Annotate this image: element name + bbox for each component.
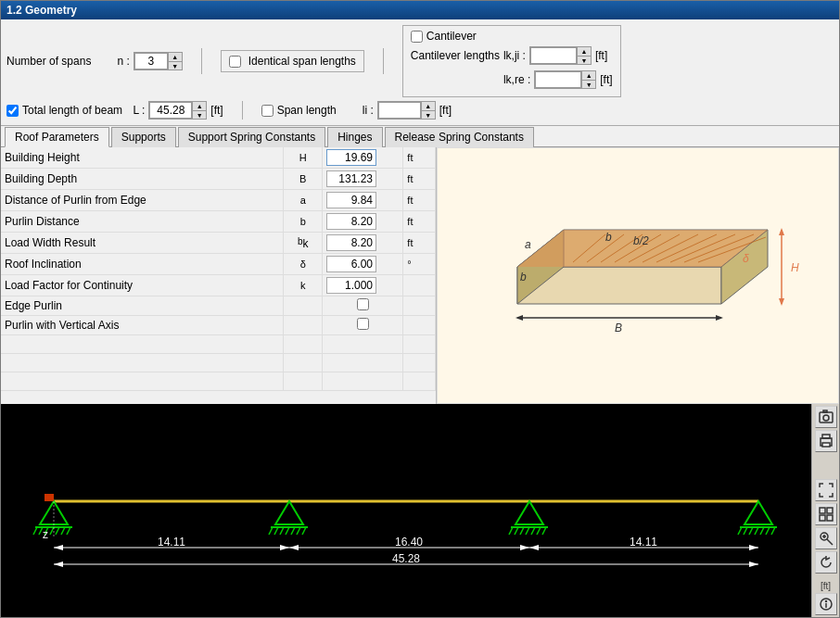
svg-line-49 bbox=[509, 527, 513, 535]
param-unit: ft bbox=[403, 211, 436, 233]
divider2 bbox=[383, 48, 384, 74]
edge-purlin-checkbox[interactable] bbox=[357, 298, 369, 310]
table-row: Purlin Distance b 8.20 ft bbox=[1, 211, 436, 233]
param-unit bbox=[403, 316, 436, 335]
span-length-checkbox[interactable] bbox=[261, 105, 274, 117]
param-name: Distance of Purlin from Edge bbox=[1, 190, 284, 211]
li-up-btn[interactable]: ▲ bbox=[422, 102, 435, 110]
svg-line-59 bbox=[744, 527, 747, 535]
L-unit: [ft] bbox=[210, 104, 223, 117]
param-symbol: B bbox=[284, 169, 323, 190]
lk-ji-down[interactable]: ▼ bbox=[578, 56, 591, 64]
li-input[interactable] bbox=[378, 102, 421, 119]
unit-display: [ft] bbox=[821, 581, 831, 591]
beam-diagram-svg: 14.11 16.40 14.11 45.28 z bbox=[26, 409, 786, 612]
param-value: 9.84 bbox=[326, 192, 376, 208]
svg-marker-56 bbox=[745, 501, 772, 524]
top-section: Number of spans n : ▲ ▼ Identical span l… bbox=[1, 19, 839, 126]
svg-marker-10 bbox=[716, 315, 723, 321]
lk-re-down[interactable]: ▼ bbox=[582, 80, 595, 88]
lk-ji-spinner[interactable]: ▲ ▼ bbox=[529, 46, 592, 65]
svg-text:14.11: 14.11 bbox=[630, 536, 657, 549]
table-row: Purlin with Vertical Axis bbox=[1, 316, 436, 335]
diagram-area: H B bbox=[437, 147, 839, 404]
toolbar-top bbox=[815, 406, 837, 452]
tab-release-spring[interactable]: Release Spring Constants bbox=[385, 127, 534, 147]
svg-line-50 bbox=[515, 527, 518, 535]
table-row bbox=[1, 354, 436, 372]
svg-line-53 bbox=[531, 527, 535, 535]
cantilever-checkbox[interactable] bbox=[411, 31, 423, 43]
lk-re-label: lk,re : bbox=[503, 73, 530, 86]
lk-ji-up[interactable]: ▲ bbox=[578, 47, 591, 56]
svg-rect-91 bbox=[827, 508, 833, 513]
param-name: Edge Purlin bbox=[1, 296, 284, 316]
table-row: Building Depth B 131.23 ft bbox=[1, 169, 436, 190]
roof-diagram-svg: H B bbox=[462, 174, 814, 378]
L-down-btn[interactable]: ▼ bbox=[193, 110, 206, 119]
tab-bar: Roof Parameters Supports Support Spring … bbox=[1, 126, 839, 147]
table-row: Load Factor for Continuity k 1.000 bbox=[1, 275, 436, 296]
svg-line-41 bbox=[274, 527, 278, 535]
main-window: 1.2 Geometry Number of spans n : ▲ ▼ bbox=[0, 0, 840, 618]
tabs-section: Roof Parameters Supports Support Spring … bbox=[1, 126, 839, 404]
svg-text:a: a bbox=[525, 238, 531, 251]
identical-span-group: Identical span lengths bbox=[221, 50, 364, 72]
cantilever-label: Cantilever bbox=[426, 30, 477, 43]
identical-span-label: Identical span lengths bbox=[248, 55, 356, 68]
L-spinner[interactable]: ▲ ▼ bbox=[148, 101, 207, 120]
param-value-cell: 131.23 bbox=[323, 169, 403, 190]
lk-re-up[interactable]: ▲ bbox=[582, 71, 595, 80]
rotate-btn[interactable] bbox=[815, 551, 837, 574]
top-row1: Number of spans n : ▲ ▼ Identical span l… bbox=[6, 25, 834, 97]
li-down-btn[interactable]: ▼ bbox=[422, 110, 435, 119]
screenshot-btn[interactable] bbox=[815, 406, 837, 428]
tab-support-spring[interactable]: Support Spring Constants bbox=[178, 127, 325, 147]
svg-text:16.40: 16.40 bbox=[395, 536, 423, 549]
svg-rect-92 bbox=[820, 515, 825, 521]
total-length-checkbox[interactable] bbox=[6, 105, 19, 117]
param-symbol: δ bbox=[284, 254, 323, 275]
param-value-cell: 9.84 bbox=[323, 190, 403, 211]
info-btn[interactable] bbox=[815, 593, 837, 615]
svg-line-43 bbox=[286, 527, 289, 535]
svg-text:δ: δ bbox=[743, 252, 749, 265]
lk-ji-input[interactable] bbox=[530, 47, 577, 64]
lk-re-spinner[interactable]: ▲ ▼ bbox=[534, 70, 596, 89]
n-up-btn[interactable]: ▲ bbox=[169, 53, 182, 61]
tab-hinges[interactable]: Hinges bbox=[327, 127, 382, 147]
svg-line-36 bbox=[61, 527, 65, 535]
param-value: 1.000 bbox=[326, 277, 376, 294]
identical-span-checkbox[interactable] bbox=[229, 56, 241, 68]
grid-btn[interactable] bbox=[815, 503, 837, 525]
total-length-label: Total length of beam bbox=[22, 104, 122, 117]
param-unit: ft bbox=[403, 190, 436, 211]
param-value-cell bbox=[323, 296, 403, 316]
li-label: li : bbox=[363, 104, 374, 117]
top-row2: Total length of beam L : ▲ ▼ [ft] Span l… bbox=[6, 101, 834, 120]
n-spinner[interactable]: ▲ ▼ bbox=[134, 52, 183, 70]
param-name: Building Depth bbox=[1, 169, 284, 190]
L-up-btn[interactable]: ▲ bbox=[193, 102, 206, 110]
purlin-vertical-checkbox[interactable] bbox=[357, 318, 369, 330]
lk-ji-row: Cantilever lengths lk,ji : ▲ ▼ [ft] bbox=[411, 46, 613, 65]
svg-text:B: B bbox=[615, 322, 622, 334]
param-value-cell: 6.00 bbox=[323, 254, 403, 275]
L-input[interactable] bbox=[149, 102, 192, 119]
tab-supports[interactable]: Supports bbox=[111, 127, 176, 147]
lk-re-unit: [ft] bbox=[600, 73, 612, 86]
n-input[interactable] bbox=[134, 53, 168, 69]
svg-line-60 bbox=[749, 527, 753, 535]
svg-marker-6 bbox=[779, 298, 784, 306]
param-symbol: b bbox=[284, 211, 323, 233]
fit-btn[interactable] bbox=[815, 479, 837, 501]
tab-roof-parameters[interactable]: Roof Parameters bbox=[5, 127, 109, 147]
lk-re-input[interactable] bbox=[535, 71, 581, 88]
svg-line-64 bbox=[771, 527, 775, 535]
n-down-btn[interactable]: ▼ bbox=[169, 61, 182, 69]
li-spinner[interactable]: ▲ ▼ bbox=[377, 101, 436, 120]
zoom-btn[interactable] bbox=[815, 527, 837, 549]
table-row: Distance of Purlin from Edge a 9.84 ft bbox=[1, 190, 436, 211]
lk-ji-unit: [ft] bbox=[595, 49, 607, 62]
print-btn[interactable] bbox=[815, 430, 837, 452]
